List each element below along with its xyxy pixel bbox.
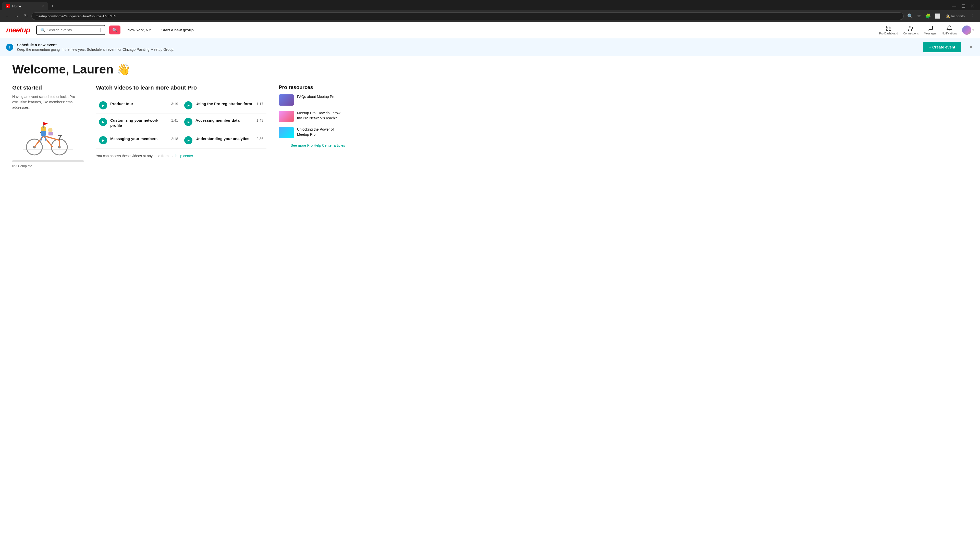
close-window-button[interactable]: ✕ [969,3,976,9]
play-button-1[interactable] [184,101,192,110]
notifications-nav[interactable]: Notifications [942,25,957,35]
see-more-articles-link[interactable]: See more Pro Help Center articles [279,143,345,148]
forward-button[interactable]: → [13,13,21,20]
page-content: meetup 🔍 🔍 New York, NY Start a new grou… [0,22,980,551]
connections-nav[interactable]: Connections [903,25,919,35]
cursor-indicator [100,28,101,32]
banner-text-area: Schedule a new event Keep the momentum g… [17,43,919,52]
welcome-heading: Welcome, Lauren 👋 [12,62,345,76]
search-button[interactable]: 🔍 [109,25,121,35]
svg-rect-1 [889,26,891,28]
address-bar[interactable]: meetup.com/home/?suggested=true&source=E… [32,13,904,20]
pro-dashboard-label: Pro Dashboard [879,32,898,35]
back-button[interactable]: ← [3,13,11,20]
svg-rect-25 [48,132,53,135]
new-tab-button[interactable]: + [48,3,57,10]
videos-footer-text: You can access these videos at any time … [96,154,176,158]
video-item-0[interactable]: Product tour 3:19 [96,97,181,114]
tab-bar: m Home ✕ + — ❐ ✕ [0,0,980,10]
videos-footer-end: . [193,154,194,158]
video-item-3[interactable]: Accessing member data 1:43 [181,114,266,132]
videos-footer: You can access these videos at any time … [96,154,266,158]
video-info-3: Accessing member data [196,118,253,123]
pro-dashboard-nav[interactable]: Pro Dashboard [879,25,898,35]
search-container[interactable]: 🔍 [36,25,105,35]
browser-chrome: m Home ✕ + — ❐ ✕ ← → ↻ meetup.com/home/?… [0,0,980,22]
video-title-5: Understanding your analytics [196,136,253,141]
active-tab[interactable]: m Home ✕ [2,2,48,10]
browser-toolbar: ← → ↻ meetup.com/home/?suggested=true&so… [0,10,980,22]
resource-thumbnail-2 [279,127,294,138]
messages-label: Messages [924,32,937,35]
search-toolbar-icon[interactable]: 🔍 [906,12,915,20]
resource-title-2: Unlocking the Power of Meetup Pro [297,127,345,137]
video-info-1: Using the Pro registration form [196,101,253,106]
window-controls: — ❐ ✕ [950,3,978,9]
extensions-icon[interactable]: 🧩 [924,12,932,20]
svg-rect-2 [886,29,888,30]
search-icon: 🔍 [40,27,45,32]
play-button-4[interactable] [99,136,107,144]
video-title-2: Customizing your network profile [110,118,168,128]
tab-close-button[interactable]: ✕ [41,4,44,8]
welcome-text: Welcome, Lauren [12,62,114,76]
resource-thumbnail-0 [279,94,294,106]
svg-rect-0 [886,26,888,28]
profile-icon[interactable]: ⬜ [933,12,942,20]
progress-bar [12,160,84,162]
messages-nav[interactable]: Messages [924,25,937,35]
banner-close-button[interactable]: ✕ [968,43,974,51]
banner-description: Keep the momentum going in the new year.… [17,48,919,52]
minimize-button[interactable]: — [950,3,958,9]
nav-icons: Pro Dashboard Connections Messages Notif… [879,25,974,35]
bookmark-icon[interactable]: ☆ [915,12,923,20]
resource-item-0[interactable]: FAQs about Meetup Pro [279,94,345,106]
banner-info-icon: ! [6,44,13,51]
notifications-label: Notifications [942,32,957,35]
video-item-4[interactable]: Messaging your members 2:18 [96,132,181,149]
play-button-0[interactable] [99,101,107,110]
video-item-2[interactable]: Customizing your network profile 1:41 [96,114,181,132]
menu-icon[interactable]: ⋮ [969,13,977,19]
schedule-event-banner: ! Schedule a new event Keep the momentum… [0,38,980,56]
video-duration-0: 3:19 [171,101,178,106]
resource-item-1[interactable]: Meetup Pro: How do I grow my Pro Network… [279,111,345,122]
search-input[interactable] [48,28,99,32]
videos-grid: Product tour 3:19 Using the Pro registra… [96,97,266,149]
play-button-2[interactable] [99,118,107,126]
notifications-icon [946,25,953,32]
meetup-logo[interactable]: meetup [6,26,30,34]
tab-title: Home [12,4,21,8]
user-avatar-area[interactable]: ▾ [962,25,974,35]
video-item-5[interactable]: Understanding your analytics 2:36 [181,132,266,149]
video-title-1: Using the Pro registration form [196,101,253,106]
resource-item-2[interactable]: Unlocking the Power of Meetup Pro [279,127,345,138]
video-item-1[interactable]: Using the Pro registration form 1:17 [181,97,266,114]
maximize-button[interactable]: ❐ [960,3,967,9]
video-title-0: Product tour [110,101,168,106]
connections-icon [908,25,914,32]
video-title-4: Messaging your members [110,136,168,141]
create-event-button[interactable]: + Create event [923,42,961,52]
avatar-chevron-icon: ▾ [972,28,974,32]
svg-rect-19 [41,131,46,136]
toolbar-icons: 🔍 ☆ 🧩 ⬜ [906,12,942,20]
main-content: Welcome, Lauren 👋 Get started Having an … [0,56,357,174]
url-text: meetup.com/home/?suggested=true&source=E… [36,14,899,18]
video-info-5: Understanding your analytics [196,136,253,141]
incognito-label: Incognito [951,14,965,18]
help-center-link[interactable]: help center [176,154,193,158]
video-duration-4: 2:18 [171,136,178,141]
location-selector[interactable]: New York, NY [124,28,154,32]
play-button-5[interactable] [184,136,192,144]
video-info-2: Customizing your network profile [110,118,168,128]
refresh-button[interactable]: ↻ [22,12,29,20]
start-group-button[interactable]: Start a new group [158,26,197,34]
play-button-3[interactable] [184,118,192,126]
messages-icon [927,25,933,32]
resource-title-0: FAQs about Meetup Pro [297,94,335,100]
incognito-button[interactable]: 🕵 Incognito [944,13,967,19]
videos-title: Watch videos to learn more about Pro [96,84,266,91]
video-info-4: Messaging your members [110,136,168,141]
pro-resources-title: Pro resources [279,84,345,90]
